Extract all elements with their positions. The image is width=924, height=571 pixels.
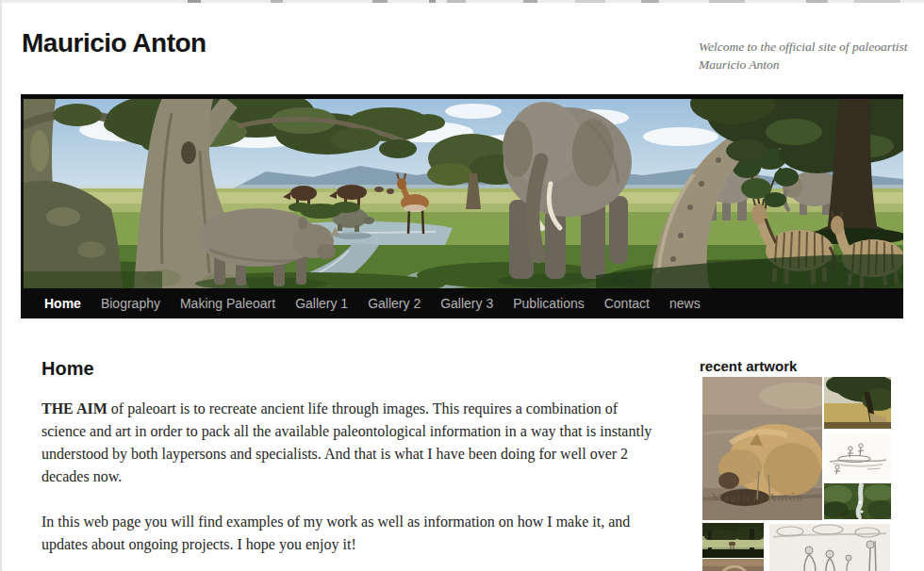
banner-top-edge	[21, 94, 903, 99]
header-banner-image	[21, 94, 903, 288]
hominid-sketch-art	[769, 524, 890, 571]
site-tagline: Welcome to the official site of paleoart…	[699, 38, 917, 73]
feeding-cat-art	[702, 377, 822, 520]
page-left-border	[0, 0, 2, 571]
main-content: Home THE AIM of paleoart is to recreate …	[41, 358, 662, 556]
thumbnail-feeding-cat-photo[interactable]: Mauricio Antón	[702, 377, 822, 520]
site-title[interactable]: Mauricio Anton	[22, 28, 206, 58]
nav-item-news[interactable]: news	[669, 296, 701, 311]
main-navigation: Home Biography Making Paleoart Gallery 1…	[21, 288, 903, 318]
nav-item-biography[interactable]: Biography	[101, 296, 160, 311]
intro-paragraph: THE AIM of paleoart is to recreate ancie…	[41, 398, 662, 488]
artwork-detail-art	[702, 559, 764, 571]
thumbnail-artwork-detail-photo[interactable]	[702, 559, 764, 571]
thumbnail-forest-stream-photo[interactable]	[824, 483, 891, 519]
intro-lead: THE AIM	[41, 400, 107, 416]
thumbnail-hominid-group-sketch[interactable]	[769, 524, 890, 571]
recent-artwork-widget: recent artwork Mauricio Antón	[700, 358, 892, 571]
intro-rest: of paleoart is to recreate ancient life …	[41, 400, 652, 484]
thumbnail-oak-woodland-animals-photo[interactable]	[702, 523, 764, 558]
nav-item-contact[interactable]: Contact	[604, 296, 650, 311]
nav-item-publications[interactable]: Publications	[513, 296, 585, 311]
banner-left-edge	[21, 94, 24, 288]
thumbnail-oak-tree-photo[interactable]	[824, 377, 891, 429]
second-paragraph: In this web page you will find examples …	[41, 511, 662, 556]
nav-item-gallery-2[interactable]: Gallery 2	[368, 296, 421, 311]
nav-item-home[interactable]: Home	[44, 296, 81, 311]
sidebar-heading: recent artwork	[700, 358, 892, 374]
nav-item-making-paleoart[interactable]: Making Paleoart	[180, 296, 275, 311]
oak-woodland-art	[702, 523, 764, 558]
tagline-line1: Welcome to the official site of paleoart…	[699, 40, 907, 54]
nav-item-gallery-1[interactable]: Gallery 1	[295, 296, 348, 311]
browser-edge-artifact	[0, 0, 924, 3]
oak-tree-art	[824, 377, 891, 429]
thumbnail-canoe-scene-sketch[interactable]	[824, 433, 891, 481]
miocene-landscape-artwork	[21, 94, 903, 288]
page-title: Home	[41, 358, 662, 380]
nav-item-gallery-3[interactable]: Gallery 3	[440, 296, 493, 311]
forest-stream-art	[824, 483, 891, 519]
canoe-sketch-art	[824, 433, 891, 481]
tagline-line2: Mauricio Anton	[699, 57, 780, 72]
